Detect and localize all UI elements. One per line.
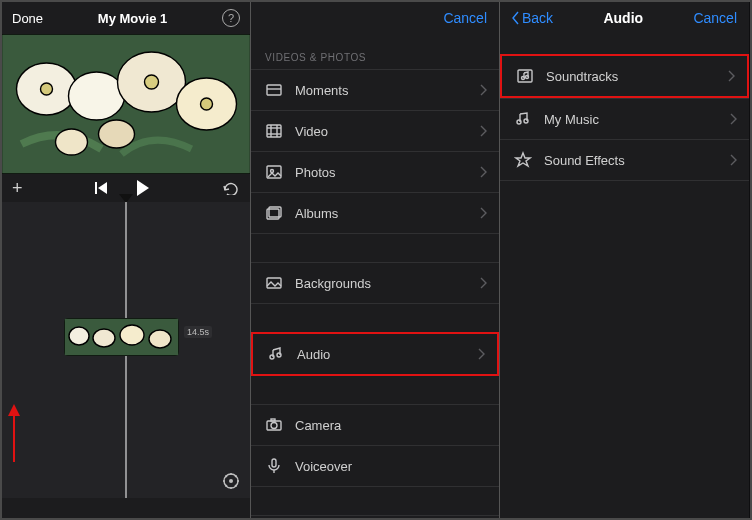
- row-voiceover[interactable]: Voiceover: [251, 445, 499, 487]
- audio-title: Audio: [603, 10, 643, 26]
- svg-point-46: [526, 76, 529, 79]
- row-label: Soundtracks: [546, 69, 618, 84]
- chevron-right-icon: [479, 125, 487, 137]
- chevron-right-icon: [479, 84, 487, 96]
- row-camera[interactable]: Camera: [251, 404, 499, 445]
- chevron-left-icon: [512, 11, 520, 25]
- svg-point-8: [99, 120, 135, 148]
- done-button[interactable]: Done: [12, 11, 43, 26]
- cancel-button[interactable]: Cancel: [693, 10, 737, 26]
- chevron-right-icon: [729, 154, 737, 166]
- svg-point-13: [120, 325, 144, 345]
- svg-point-7: [201, 98, 213, 110]
- svg-rect-42: [272, 459, 276, 467]
- row-backgrounds[interactable]: Backgrounds: [251, 262, 499, 304]
- svg-point-12: [93, 329, 115, 347]
- svg-point-16: [229, 479, 233, 483]
- editor-header: Done My Movie 1 ?: [2, 2, 250, 34]
- camera-icon: [265, 416, 283, 434]
- audio-header: Back Audio Cancel: [500, 2, 749, 34]
- backgrounds-icon: [265, 274, 283, 292]
- annotation-arrow: [13, 416, 15, 462]
- row-label: Audio: [297, 347, 330, 362]
- svg-point-2: [69, 72, 125, 120]
- svg-point-38: [277, 353, 281, 357]
- photos-icon: [265, 163, 283, 181]
- row-label: Photos: [295, 165, 335, 180]
- project-title: My Movie 1: [98, 11, 167, 26]
- svg-rect-41: [271, 419, 275, 421]
- albums-icon: [265, 204, 283, 222]
- row-soundtracks[interactable]: Soundtracks: [500, 54, 749, 98]
- music-note-icon: [514, 110, 532, 128]
- row-sound-effects[interactable]: Sound Effects: [500, 139, 749, 181]
- back-button[interactable]: Back: [512, 10, 553, 26]
- play-icon[interactable]: [137, 180, 149, 196]
- skip-back-icon[interactable]: [95, 182, 107, 194]
- row-label: Voiceover: [295, 459, 352, 474]
- row-label: Camera: [295, 418, 341, 433]
- row-label: Moments: [295, 83, 348, 98]
- editor-panel: Done My Movie 1 ? +: [2, 2, 251, 518]
- svg-rect-27: [267, 125, 281, 137]
- row-files[interactable]: Files: [251, 515, 499, 520]
- chevron-right-icon: [727, 70, 735, 82]
- row-audio[interactable]: Audio: [251, 332, 499, 376]
- clip-duration: 14.5s: [184, 326, 212, 338]
- svg-point-40: [271, 423, 277, 429]
- chevron-right-icon: [477, 348, 485, 360]
- help-icon[interactable]: ?: [222, 9, 240, 27]
- timeline[interactable]: 14.5s: [2, 202, 250, 498]
- row-label: Sound Effects: [544, 153, 625, 168]
- row-label: Albums: [295, 206, 338, 221]
- svg-point-45: [522, 77, 525, 80]
- chevron-right-icon: [479, 207, 487, 219]
- svg-point-14: [149, 330, 171, 348]
- svg-point-5: [41, 83, 53, 95]
- chevron-right-icon: [729, 113, 737, 125]
- row-video[interactable]: Video: [251, 110, 499, 151]
- svg-point-47: [517, 120, 521, 124]
- svg-point-48: [524, 119, 528, 123]
- svg-point-9: [56, 129, 88, 155]
- sound-effects-icon: [514, 151, 532, 169]
- microphone-icon: [265, 457, 283, 475]
- chevron-right-icon: [479, 166, 487, 178]
- audio-icon: [267, 345, 285, 363]
- chevron-right-icon: [479, 277, 487, 289]
- moments-icon: [265, 81, 283, 99]
- row-label: Video: [295, 124, 328, 139]
- audio-panel: Back Audio Cancel Soundtracks My Music: [500, 2, 749, 518]
- row-moments[interactable]: Moments: [251, 69, 499, 110]
- svg-rect-25: [267, 85, 281, 95]
- cancel-button[interactable]: Cancel: [443, 10, 487, 26]
- video-icon: [265, 122, 283, 140]
- svg-point-37: [270, 355, 274, 359]
- svg-point-6: [145, 75, 159, 89]
- row-label: My Music: [544, 112, 599, 127]
- row-label: Backgrounds: [295, 276, 371, 291]
- svg-rect-44: [518, 70, 532, 82]
- undo-icon[interactable]: [222, 181, 240, 195]
- svg-point-11: [69, 327, 89, 345]
- row-photos[interactable]: Photos: [251, 151, 499, 192]
- media-header: Cancel: [251, 2, 499, 34]
- video-preview[interactable]: [2, 34, 250, 174]
- soundtracks-icon: [516, 67, 534, 85]
- media-browser-panel: Cancel VIDEOS & PHOTOS Moments Video: [251, 2, 500, 518]
- row-my-music[interactable]: My Music: [500, 98, 749, 139]
- timeline-clip[interactable]: [64, 318, 179, 356]
- settings-icon[interactable]: [222, 472, 240, 490]
- section-label: VIDEOS & PHOTOS: [251, 34, 499, 69]
- row-albums[interactable]: Albums: [251, 192, 499, 234]
- add-media-button[interactable]: +: [12, 179, 23, 197]
